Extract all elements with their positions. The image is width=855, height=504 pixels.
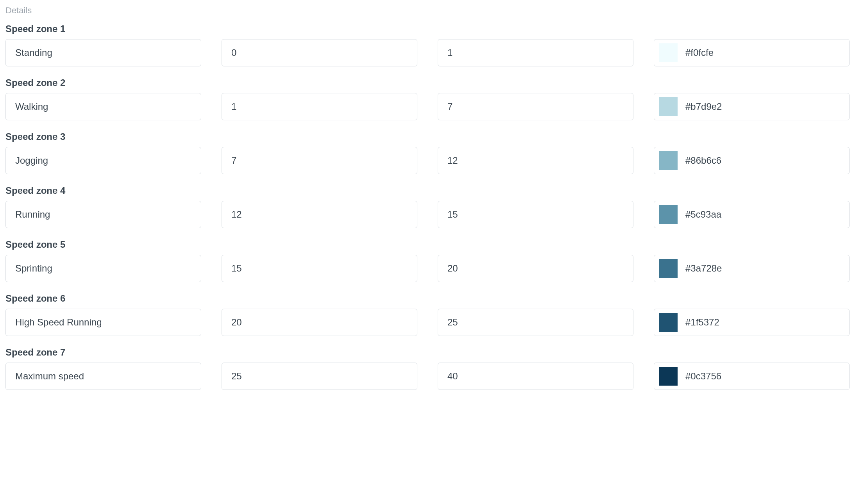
zone-row [5, 201, 850, 228]
zone-row [5, 39, 850, 66]
zone-color-input[interactable] [685, 263, 844, 274]
zone-label: Speed zone 5 [5, 239, 850, 250]
zone-max-input[interactable] [438, 93, 633, 120]
color-swatch[interactable] [659, 205, 678, 224]
color-swatch[interactable] [659, 259, 678, 278]
zone-group: Speed zone 4 [5, 185, 850, 228]
zone-row [5, 255, 850, 282]
zone-max-input[interactable] [438, 255, 633, 282]
color-swatch[interactable] [659, 43, 678, 62]
color-swatch[interactable] [659, 151, 678, 170]
color-swatch[interactable] [659, 313, 678, 332]
zone-color-field[interactable] [654, 147, 850, 174]
zone-max-input[interactable] [438, 147, 633, 174]
zone-color-field[interactable] [654, 93, 850, 120]
zone-group: Speed zone 1 [5, 23, 850, 66]
zone-color-input[interactable] [685, 155, 844, 166]
zone-name-input[interactable] [5, 93, 201, 120]
zone-min-input[interactable] [222, 147, 417, 174]
section-header: Details [5, 5, 850, 16]
color-swatch[interactable] [659, 367, 678, 386]
zone-color-field[interactable] [654, 39, 850, 66]
zone-name-input[interactable] [5, 363, 201, 390]
zone-name-input[interactable] [5, 39, 201, 66]
zone-group: Speed zone 7 [5, 347, 850, 390]
zone-label: Speed zone 2 [5, 77, 850, 88]
zone-min-input[interactable] [222, 255, 417, 282]
zone-color-field[interactable] [654, 363, 850, 390]
zone-group: Speed zone 2 [5, 77, 850, 120]
zone-group: Speed zone 3 [5, 131, 850, 174]
zone-color-field[interactable] [654, 201, 850, 228]
zone-group: Speed zone 5 [5, 239, 850, 282]
zone-min-input[interactable] [222, 363, 417, 390]
zone-color-field[interactable] [654, 309, 850, 336]
zone-color-input[interactable] [685, 209, 844, 220]
zone-row [5, 309, 850, 336]
zone-max-input[interactable] [438, 363, 633, 390]
zone-name-input[interactable] [5, 201, 201, 228]
zone-color-input[interactable] [685, 47, 844, 58]
zone-row [5, 147, 850, 174]
zone-color-input[interactable] [685, 101, 844, 112]
zone-min-input[interactable] [222, 201, 417, 228]
zone-label: Speed zone 1 [5, 23, 850, 34]
zone-label: Speed zone 7 [5, 347, 850, 358]
zone-color-input[interactable] [685, 317, 844, 328]
zone-color-field[interactable] [654, 255, 850, 282]
zone-row [5, 363, 850, 390]
zone-name-input[interactable] [5, 147, 201, 174]
zone-min-input[interactable] [222, 93, 417, 120]
zone-label: Speed zone 4 [5, 185, 850, 196]
zone-max-input[interactable] [438, 309, 633, 336]
zone-min-input[interactable] [222, 39, 417, 66]
zone-row [5, 93, 850, 120]
color-swatch[interactable] [659, 97, 678, 116]
zone-group: Speed zone 6 [5, 293, 850, 336]
zone-name-input[interactable] [5, 309, 201, 336]
zone-label: Speed zone 6 [5, 293, 850, 304]
zone-name-input[interactable] [5, 255, 201, 282]
zone-min-input[interactable] [222, 309, 417, 336]
zone-max-input[interactable] [438, 39, 633, 66]
zone-label: Speed zone 3 [5, 131, 850, 142]
zone-color-input[interactable] [685, 371, 844, 382]
zone-max-input[interactable] [438, 201, 633, 228]
